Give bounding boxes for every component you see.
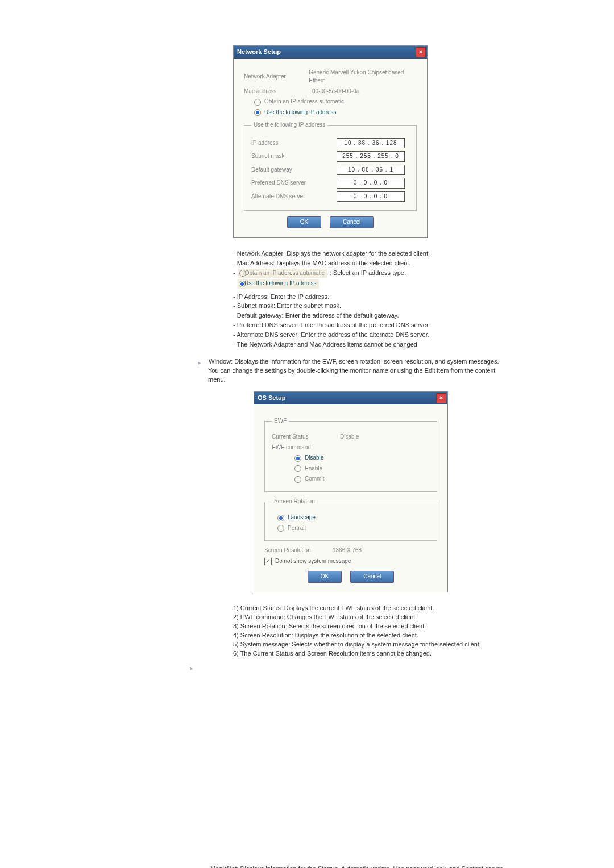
list-item: IP Address: Enter the IP address. (233, 293, 506, 302)
close-icon[interactable]: × (436, 393, 446, 403)
checkbox-system-message[interactable]: ✓ (264, 558, 272, 565)
list-item: Subnet mask: Enter the subnet mask. (233, 302, 506, 311)
input-subnet-mask[interactable]: 255 . 255 . 255 . 0 (337, 151, 405, 162)
os-setup-dialog: OS Setup × EWF Current Status Disable EW… (254, 391, 448, 592)
list-item: Preferred DNS server: Enter the address … (233, 321, 506, 330)
network-description-list: Network Adapter: Displays the network ad… (233, 249, 506, 349)
label-preferred-dns: Preferred DNS server (251, 179, 337, 187)
magicnet-paragraph: MagicNet: Displays information for the S… (210, 865, 506, 868)
ewf-fieldset: EWF Current Status Disable EWF command D… (264, 417, 437, 492)
value-mac-address: 00-00-5a-00-00-0a (312, 87, 359, 96)
ok-button[interactable]: OK (308, 571, 342, 583)
label-mac-address: Mac address (244, 87, 312, 96)
cancel-button[interactable]: Cancel (330, 216, 374, 228)
network-setup-dialog: Network Setup × Network Adapter Generic … (233, 45, 428, 238)
window-paragraph: ▸ Window: Displays the information for t… (208, 357, 506, 385)
list-item: 6) The Current Status and Screen Resolut… (233, 649, 506, 658)
list-item: 1) Current Status: Displays the current … (233, 604, 506, 613)
label-system-message: Do not show system message (275, 557, 351, 566)
os-description-list: 1) Current Status: Displays the current … (233, 604, 506, 658)
value-screen-resolution: 1366 X 768 (333, 546, 362, 555)
value-current-status: Disable (340, 433, 359, 441)
list-item: Network Adapter: Displays the network ad… (233, 249, 506, 258)
dialog-title: OS Setup (258, 394, 286, 401)
input-preferred-dns[interactable]: 0 . 0 . 0 . 0 (337, 178, 405, 189)
ok-button[interactable]: OK (287, 216, 321, 228)
note-icon: ▸ (198, 358, 204, 364)
cancel-button[interactable]: Cancel (350, 571, 394, 583)
radio-ewf-enable[interactable] (294, 465, 301, 472)
label-subnet-mask: Subnet mask (251, 152, 337, 161)
input-alternate-dns[interactable]: 0 . 0 . 0 . 0 (337, 191, 405, 202)
radio-snippet-manual: Use the following IP address (238, 279, 319, 289)
ip-fieldset-legend: Use the following IP address (251, 121, 328, 130)
radio-landscape[interactable] (277, 515, 284, 521)
value-network-adapter: Generic Marvell Yukon Chipset based Ethe… (309, 69, 417, 85)
list-item: 2) EWF command: Changes the EWF status o… (233, 613, 506, 622)
dialog-titlebar: Network Setup × (234, 46, 427, 59)
radio-ewf-commit[interactable] (294, 476, 301, 483)
radio-snippet-auto: Obtain an IP address automatic (238, 269, 327, 278)
radio-label-use-following: Use the following IP address (264, 108, 337, 117)
list-item: Mac Address: Displays the MAC address of… (233, 259, 506, 268)
label-default-gateway: Default gateway (251, 166, 337, 174)
label-alternate-dns: Alternate DNS server (251, 193, 337, 201)
list-item: The Network Adapter and Mac Address item… (233, 340, 506, 349)
rotation-fieldset: Screen Rotation Landscape Portrait (264, 498, 437, 541)
list-item: 4) Screen Resolution: Displays the resol… (233, 631, 506, 640)
list-item: 3) Screen Rotation: Selects the screen d… (233, 622, 506, 631)
dialog-titlebar: OS Setup × (254, 392, 447, 404)
label-ewf-command: EWF command (272, 444, 340, 452)
radio-obtain-auto[interactable] (254, 99, 261, 106)
rotation-legend: Screen Rotation (272, 498, 317, 506)
label-network-adapter: Network Adapter (244, 73, 309, 81)
note-icon: ▸ (190, 664, 196, 670)
radio-label-obtain-auto: Obtain an IP address automatic (264, 98, 344, 106)
input-default-gateway[interactable]: 10 . 88 . 36 . 1 (337, 165, 405, 176)
list-item: Default gateway: Enter the address of th… (233, 311, 506, 320)
close-icon[interactable]: × (416, 47, 426, 57)
label-screen-resolution: Screen Resolution (264, 546, 333, 555)
list-item: Altermate DNS server: Enter the address … (233, 331, 506, 340)
dialog-title: Network Setup (237, 48, 281, 55)
radio-portrait[interactable] (277, 525, 284, 532)
label-current-status: Current Status (272, 433, 340, 441)
list-item: 5) System message: Selects whether to di… (233, 640, 506, 649)
label-ip-address: IP address (251, 139, 337, 148)
ewf-legend: EWF (272, 417, 289, 425)
ip-fieldset: Use the following IP address IP address … (244, 121, 417, 211)
list-item: Obtain an IP address automatic : Select … (233, 269, 506, 290)
radio-ewf-disable[interactable] (294, 455, 301, 462)
input-ip-address[interactable]: 10 . 88 . 36 . 128 (337, 138, 405, 149)
radio-use-following[interactable] (254, 109, 261, 116)
